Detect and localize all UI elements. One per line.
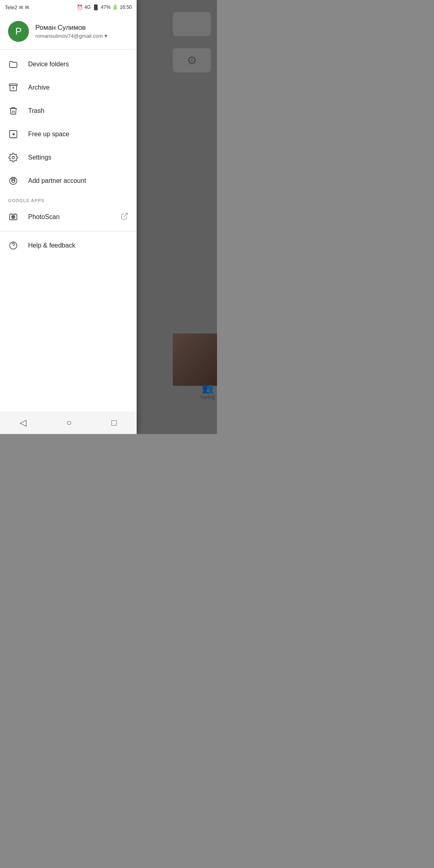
- account-info: Роман Сулимов romansulimov74@gmail.com ▾: [35, 24, 107, 39]
- status-bar: Tele2 ✉ ✉ ⏰ 4G ▐▌ 47% 🔋 16:50: [0, 0, 137, 14]
- alarm-icon: ⏰: [77, 4, 83, 10]
- network-label: 4G: [84, 4, 91, 10]
- photoscan-label: PhotoScan: [28, 213, 111, 221]
- settings-label: Settings: [28, 154, 129, 161]
- mail-icon: ✉: [19, 4, 23, 10]
- signal-icon: ▐▌: [92, 4, 99, 10]
- sidebar-item-photoscan[interactable]: PhotoScan: [0, 205, 137, 229]
- svg-point-4: [12, 180, 13, 181]
- recents-button[interactable]: □: [111, 418, 117, 428]
- settings-icon: [8, 152, 18, 163]
- account-email-row: romansulimov74@gmail.com ▾: [35, 33, 107, 39]
- avatar: P: [8, 21, 29, 42]
- sidebar-item-settings[interactable]: Settings: [0, 146, 137, 169]
- svg-point-2: [12, 156, 14, 159]
- chevron-down-icon: ▾: [104, 33, 107, 39]
- account-name: Роман Сулимов: [35, 24, 107, 32]
- home-button[interactable]: ○: [66, 418, 72, 428]
- device-folders-label: Device folders: [28, 61, 129, 68]
- archive-label: Archive: [28, 84, 129, 91]
- archive-icon: [8, 82, 18, 93]
- time-label: 16:50: [120, 4, 132, 10]
- sidebar-item-add-partner[interactable]: Add partner account: [0, 169, 137, 192]
- back-button[interactable]: ◁: [20, 418, 27, 428]
- svg-point-11: [13, 248, 14, 248]
- navigation-bar: ◁ ○ □: [0, 411, 137, 434]
- google-apps-section-label: GOOGLE APPS: [0, 192, 137, 205]
- photoscan-icon: [8, 212, 18, 222]
- sidebar-item-help[interactable]: Help & feedback: [0, 234, 137, 257]
- svg-line-9: [124, 213, 127, 217]
- folder-icon: [8, 59, 18, 70]
- sidebar-item-trash[interactable]: Trash: [0, 99, 137, 123]
- add-partner-label: Add partner account: [28, 177, 129, 184]
- carrier-label: Tele2: [5, 4, 17, 10]
- freeup-icon: [8, 129, 18, 139]
- trash-icon: [8, 106, 18, 116]
- external-link-icon: [121, 212, 129, 222]
- sidebar-item-archive[interactable]: Archive: [0, 76, 137, 99]
- svg-point-8: [12, 216, 14, 218]
- divider: [0, 231, 137, 231]
- navigation-drawer: Tele2 ✉ ✉ ⏰ 4G ▐▌ 47% 🔋 16:50 P Роман Су…: [0, 0, 137, 434]
- menu-list: Device folders Archive Trash: [0, 49, 137, 417]
- free-up-space-label: Free up space: [28, 131, 129, 138]
- status-left: Tele2 ✉ ✉: [5, 4, 29, 10]
- battery-label: 47%: [101, 4, 111, 10]
- mail2-icon: ✉: [25, 4, 29, 10]
- battery-icon: 🔋: [112, 4, 118, 10]
- svg-point-5: [14, 180, 15, 181]
- help-label: Help & feedback: [28, 242, 129, 249]
- status-right: ⏰ 4G ▐▌ 47% 🔋 16:50: [77, 4, 132, 10]
- svg-rect-0: [9, 84, 17, 86]
- sidebar-item-device-folders[interactable]: Device folders: [0, 53, 137, 76]
- avatar-letter: P: [15, 26, 22, 37]
- account-email: romansulimov74@gmail.com: [35, 33, 103, 39]
- partner-icon: [8, 176, 18, 186]
- trash-label: Trash: [28, 107, 129, 115]
- sidebar-item-free-up-space[interactable]: Free up space: [0, 123, 137, 146]
- help-icon: [8, 240, 18, 251]
